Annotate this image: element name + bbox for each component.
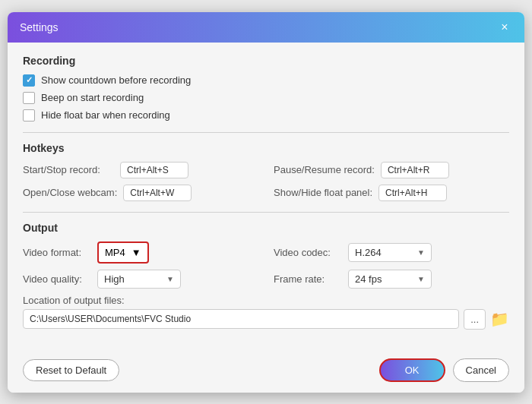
- frame-rate-select[interactable]: 24 fps ▼: [348, 270, 432, 289]
- hotkey-input-pause[interactable]: Ctrl+Alt+R: [381, 162, 449, 178]
- checkbox-countdown-label: Show countdown before recording: [41, 74, 191, 86]
- reset-button[interactable]: Reset to Default: [23, 359, 119, 381]
- hotkey-input-webcam[interactable]: Ctrl+Alt+W: [123, 185, 192, 201]
- hotkeys-grid: Start/Stop record: Ctrl+Alt+S Pause/Resu…: [23, 162, 509, 201]
- hotkey-label-pause: Pause/Resume record:: [274, 164, 375, 175]
- hotkey-row-floatpanel: Show/Hide float panel: Ctrl+Alt+H: [274, 185, 509, 201]
- location-row: Location of output files: C:\Users\USER\…: [23, 295, 509, 330]
- output-row-framerate: Frame rate: 24 fps ▼: [274, 270, 509, 289]
- location-input-row: C:\Users\USER\Documents\FVC Studio ... 📁: [23, 309, 509, 330]
- location-input[interactable]: C:\Users\USER\Documents\FVC Studio: [23, 309, 459, 329]
- folder-button[interactable]: 📁: [490, 310, 509, 328]
- checkbox-beep[interactable]: [23, 92, 35, 104]
- checkbox-row-2[interactable]: Beep on start recording: [23, 92, 509, 104]
- hotkey-input-floatpanel[interactable]: Ctrl+Alt+H: [378, 185, 447, 201]
- video-quality-chevron-icon: ▼: [166, 275, 174, 283]
- recording-section: Recording Show countdown before recordin…: [23, 55, 509, 122]
- checkbox-floatbar-label: Hide float bar when recording: [41, 109, 170, 121]
- output-grid: Video format: MP4 ▼ Video codec: H.264 ▼: [23, 241, 509, 289]
- cancel-button[interactable]: Cancel: [453, 358, 509, 382]
- video-codec-value: H.264: [355, 247, 382, 258]
- checkbox-row-1[interactable]: Show countdown before recording: [23, 74, 509, 87]
- video-quality-label: Video quality:: [23, 273, 91, 285]
- video-format-chevron-icon: ▼: [131, 247, 141, 258]
- browse-dots-button[interactable]: ...: [464, 309, 486, 330]
- video-format-value: MP4: [105, 247, 125, 258]
- title-bar: Settings ×: [8, 12, 524, 43]
- bottom-bar: Reset to Default OK Cancel: [8, 351, 524, 393]
- recording-section-title: Recording: [23, 55, 509, 67]
- settings-dialog: Settings × Recording Show countdown befo…: [8, 12, 524, 393]
- video-format-label: Video format:: [23, 247, 91, 258]
- output-section: Output Video format: MP4 ▼ Video codec: …: [23, 222, 509, 330]
- video-codec-label: Video codec:: [274, 247, 342, 258]
- checkbox-countdown[interactable]: [23, 74, 35, 87]
- location-label: Location of output files:: [23, 295, 509, 306]
- right-buttons: OK Cancel: [379, 358, 509, 382]
- hotkey-label-floatpanel: Show/Hide float panel:: [274, 187, 372, 198]
- output-row-videoformat: Video format: MP4 ▼: [23, 241, 258, 264]
- output-section-title: Output: [23, 222, 509, 234]
- checkbox-floatbar[interactable]: [23, 109, 35, 122]
- checkbox-row-3[interactable]: Hide float bar when recording: [23, 109, 509, 122]
- ok-button[interactable]: OK: [379, 358, 445, 382]
- hotkeys-section-title: Hotkeys: [23, 142, 509, 154]
- frame-rate-label: Frame rate:: [274, 273, 342, 285]
- hotkey-row-start: Start/Stop record: Ctrl+Alt+S: [23, 162, 258, 178]
- video-quality-select[interactable]: High ▼: [97, 270, 181, 289]
- video-codec-select[interactable]: H.264 ▼: [348, 243, 432, 262]
- frame-rate-chevron-icon: ▼: [417, 275, 425, 283]
- output-row-videoquality: Video quality: High ▼: [23, 270, 258, 289]
- output-row-videocodec: Video codec: H.264 ▼: [274, 241, 509, 264]
- hotkey-row-pause: Pause/Resume record: Ctrl+Alt+R: [274, 162, 509, 178]
- dialog-title: Settings: [20, 21, 59, 33]
- hotkeys-section: Hotkeys Start/Stop record: Ctrl+Alt+S Pa…: [23, 142, 509, 201]
- hotkey-row-webcam: Open/Close webcam: Ctrl+Alt+W: [23, 185, 258, 201]
- video-codec-chevron-icon: ▼: [417, 248, 425, 257]
- close-button[interactable]: ×: [497, 20, 512, 35]
- hotkey-label-start: Start/Stop record:: [23, 164, 114, 175]
- hotkey-label-webcam: Open/Close webcam:: [23, 187, 117, 198]
- dialog-content: Recording Show countdown before recordin…: [8, 43, 524, 351]
- hotkey-input-start[interactable]: Ctrl+Alt+S: [120, 162, 188, 178]
- video-format-select[interactable]: MP4 ▼: [97, 241, 149, 264]
- divider-2: [23, 212, 509, 213]
- checkbox-beep-label: Beep on start recording: [41, 92, 144, 103]
- video-quality-value: High: [104, 273, 125, 285]
- frame-rate-value: 24 fps: [355, 273, 382, 285]
- divider-1: [23, 132, 509, 133]
